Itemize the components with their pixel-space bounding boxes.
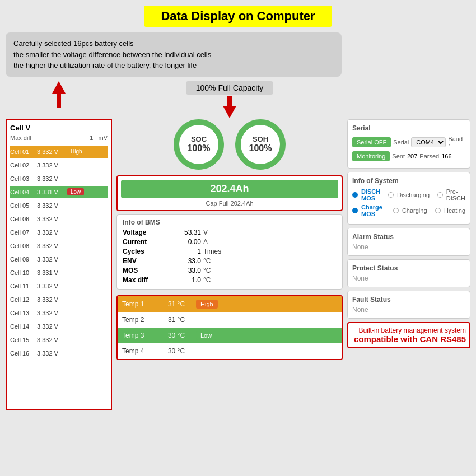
cell-rows: Cell 013.332 VHighCell 023.332 VCell 033… <box>10 146 108 360</box>
parsed-label: Parsed <box>419 153 439 160</box>
built-in-line1: Built-in battery management system <box>352 326 466 334</box>
parsed-value: 166 <box>441 153 451 160</box>
bms-rows: Voltage53.31VCurrent0.00ACycles1TimesENV… <box>123 228 337 284</box>
cell-row: Cell 033.332 V <box>10 172 108 185</box>
built-in-line2: compatible with CAN RS485 <box>352 334 466 344</box>
cell-row: Cell 113.332 V <box>10 280 108 292</box>
bms-box: Info of BMS Voltage53.31VCurrent0.00ACyc… <box>116 214 343 290</box>
capacity-sub: Cap Full 202.4Ah <box>121 200 338 207</box>
temp-table: Temp 131 °CHighTemp 231 °CTemp 330 °CLow… <box>116 295 343 360</box>
cell-row: Cell 023.332 V <box>10 159 108 171</box>
protect-value: None <box>352 274 465 282</box>
cell-row: Cell 163.332 V <box>10 347 108 360</box>
baud-label: Baud r <box>448 136 465 149</box>
bms-title: Info of BMS <box>123 218 337 226</box>
serial-off-button[interactable]: Serial OFF <box>352 137 391 147</box>
svg-marker-1 <box>223 96 236 118</box>
capacity-bar: 202.4Ah <box>121 180 338 198</box>
cell-row: Cell 133.332 V <box>10 307 108 319</box>
page-title: Data Display on Computer <box>144 6 332 27</box>
alarm-box: Alarm Status None <box>347 228 470 256</box>
arrow-up-icon <box>52 81 66 108</box>
cell-row: Cell 103.331 V <box>10 267 108 279</box>
description-box: Carefully selected 16pcs battery cells t… <box>6 32 342 77</box>
cell-v-panel: Cell V Max diff 1 mV Cell 013.332 VHighC… <box>6 119 112 410</box>
info-sys-rows: DISCH MOSDischargingPre-DISCHCharge MOSC… <box>352 188 465 217</box>
cell-row: Cell 013.332 VHigh <box>10 146 108 158</box>
bms-row: Max diff1.0°C <box>123 276 337 284</box>
bms-row: Current0.00A <box>123 238 337 246</box>
center-panel: SOC 100% SOH 100% 202.4Ah Cap Full 202.4… <box>116 119 343 360</box>
fault-value: None <box>352 306 465 314</box>
serial-title: Serial <box>352 124 465 132</box>
bms-row: ENV33.0°C <box>123 257 337 265</box>
cell-row: Cell 043.331 VLow <box>10 186 108 198</box>
protect-title: Protect Status <box>352 264 465 272</box>
serial-label: Serial <box>393 139 409 146</box>
serial-box: Serial Serial OFF Serial COM4 Baud r Mon… <box>347 119 470 169</box>
soc-container: SOC 100% <box>174 119 224 170</box>
temp-row: Temp 231 °C <box>118 312 342 328</box>
alarm-title: Alarm Status <box>352 233 465 241</box>
sent-label: Sent <box>392 153 405 160</box>
temp-row: Temp 131 °CHigh <box>118 296 342 312</box>
cell-maxdiff-row: Max diff 1 mV <box>10 134 108 143</box>
alarm-value: None <box>352 243 465 251</box>
cell-panel-title: Cell V <box>10 124 108 132</box>
cell-row: Cell 143.332 V <box>10 320 108 333</box>
capacity-box: 202.4Ah Cap Full 202.4Ah <box>116 175 343 211</box>
circles-row: SOC 100% SOH 100% <box>116 119 343 170</box>
cell-row: Cell 093.332 V <box>10 253 108 265</box>
sent-value: 207 <box>407 153 417 160</box>
soh-container: SOH 100% <box>235 119 286 170</box>
soc-gauge: SOC 100% <box>174 119 224 170</box>
info-sys-title: Info of System <box>352 177 465 185</box>
fault-title: Fault Status <box>352 296 465 304</box>
cell-row: Cell 053.332 V <box>10 199 108 212</box>
right-panel: Serial Serial OFF Serial COM4 Baud r Mon… <box>347 119 470 348</box>
svg-marker-0 <box>52 81 66 108</box>
info-system-box: Info of System DISCH MOSDischargingPre-D… <box>347 172 470 225</box>
soh-gauge: SOH 100% <box>235 119 286 170</box>
serial-select[interactable]: COM4 <box>411 137 446 147</box>
built-in-box: Built-in battery management system compa… <box>347 322 470 348</box>
bms-row: Cycles1Times <box>123 248 337 255</box>
serial-row-1: Serial OFF Serial COM4 Baud r <box>352 136 465 149</box>
cell-row: Cell 153.332 V <box>10 334 108 346</box>
fault-box: Fault Status None <box>347 291 470 319</box>
monitoring-button[interactable]: Monitoring <box>352 151 390 161</box>
serial-row-2: Monitoring Sent 207 Parsed 166 <box>352 151 465 161</box>
cell-row: Cell 083.332 V <box>10 240 108 252</box>
capacity-label: 100% Full Capacity <box>186 81 274 95</box>
cell-row: Cell 073.332 V <box>10 226 108 239</box>
protect-box: Protect Status None <box>347 259 470 287</box>
temp-row: Temp 330 °CLow <box>118 328 342 343</box>
temp-row: Temp 430 °C <box>118 343 342 359</box>
cell-row: Cell 123.332 V <box>10 293 108 306</box>
arrow-down-icon <box>223 96 236 118</box>
bms-row: MOS33.0°C <box>123 267 337 274</box>
cell-row: Cell 063.332 V <box>10 213 108 225</box>
bms-row: Voltage53.31V <box>123 228 337 236</box>
